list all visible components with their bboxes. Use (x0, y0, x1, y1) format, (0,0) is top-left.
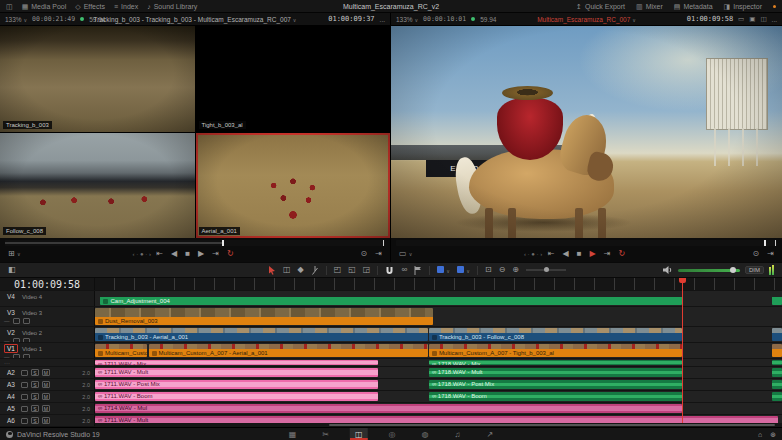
lock-track-icon[interactable] (21, 406, 28, 412)
user-avatar-icon[interactable] (6, 431, 13, 438)
audio-lane-a3[interactable]: ∞ 1711.WAV - Post Mix∞ 1718.WAV - Post M… (95, 379, 782, 390)
loop-button[interactable]: ↻ (618, 250, 625, 258)
timeline-title[interactable]: Multicam_Escaramuza_RC_007 ∨ (537, 16, 636, 23)
timeline-view-options-icon[interactable]: ◧ (8, 266, 16, 274)
blade-edit-mode-icon[interactable] (311, 266, 319, 275)
timeline-clip[interactable]: Dust_Removal_003 (95, 308, 433, 325)
unmix-icon[interactable]: ▭ (738, 16, 744, 23)
next-edit-icon[interactable]: ⇥ (375, 250, 382, 258)
selection-mode-icon[interactable] (268, 266, 276, 275)
next-edit-icon[interactable]: ⇥ (767, 250, 774, 258)
play-button[interactable]: ▶ (198, 250, 204, 258)
timeline-clip[interactable]: ∞ 1711.WAV - Boom (95, 392, 378, 401)
multicam-angle-Follow_c_008[interactable]: Follow_c_008 (0, 133, 195, 239)
dynamic-trim-mode-icon[interactable]: ◆ (298, 266, 304, 274)
timeline-clip[interactable]: ∞ 1711.WAV - Mult (95, 368, 378, 377)
solo-button[interactable]: S (31, 405, 39, 412)
flag-icon[interactable] (414, 266, 422, 275)
lock-track-icon[interactable] (13, 354, 20, 358)
grab-still-icon[interactable]: ▣ (749, 16, 755, 23)
audio-lane-a4[interactable]: ∞ 1711.WAV - Boom∞ 1718.WAV - Boom (95, 391, 782, 402)
mute-button[interactable]: M (42, 417, 50, 424)
disable-track-icon[interactable] (23, 354, 30, 358)
step-back-button[interactable]: ◀ (563, 250, 569, 258)
timeline-clip[interactable]: Multicam_Custom_A_007 - Tight_b_003_al (429, 344, 682, 357)
zoom-out-icon[interactable]: ⊖ (499, 266, 506, 274)
timeline-zoom-slider[interactable] (526, 269, 566, 271)
audio-track-header-a2[interactable]: A2SM2.0 (0, 367, 95, 378)
media-pool-button[interactable]: ▦Media Pool (22, 3, 67, 10)
timeline-clip[interactable]: ∞ 1718.WAV - Mult (429, 368, 682, 377)
timeline-clip[interactable] (772, 360, 782, 365)
page-color-icon[interactable]: ◍ (417, 428, 434, 440)
solo-button[interactable]: S (31, 369, 39, 376)
record-zoom-select[interactable]: 133% ∨ (396, 16, 418, 23)
replace-clip-icon[interactable]: ◲ (363, 266, 371, 274)
mute-button[interactable]: M (42, 381, 50, 388)
trim-edit-mode-icon[interactable]: ◫ (283, 266, 291, 274)
audio-track-header-a4[interactable]: A4SM2.0 (0, 391, 95, 402)
timeline-clip[interactable] (772, 344, 782, 357)
video-lane-v4[interactable]: Cam_Adjustment_004 (95, 291, 782, 306)
audio-lane-a2[interactable]: ∞ 1711.WAV - Mult∞ 1718.WAV - Mult (95, 367, 782, 378)
mute-button[interactable]: M (42, 405, 50, 412)
flag-color-select[interactable]: ∨ (437, 266, 450, 275)
multicam-angle-Tight_b_003_al[interactable]: Tight_b_003_al (196, 26, 391, 132)
monitor-volume-slider[interactable] (678, 269, 740, 272)
page-media-icon[interactable]: ▦ (284, 428, 302, 440)
lock-track-icon[interactable] (13, 318, 20, 324)
index-button[interactable]: ≡Index (114, 3, 138, 10)
hscroll-thumb[interactable] (329, 424, 776, 426)
auto-select-icon[interactable]: — (4, 354, 10, 358)
record-jog-control[interactable]: ‹ · ● · › (524, 251, 542, 257)
timeline-clip[interactable]: ∞ 1718.WAV - Mix (429, 360, 682, 365)
timeline-clip[interactable]: ∞ 1718.WAV - Post Mix (429, 380, 682, 389)
auto-select-icon[interactable]: — (4, 338, 10, 342)
video-lane-v2[interactable]: Tracking_b_003 - Aerial_a_001Tracking_b_… (95, 327, 782, 342)
lock-track-icon[interactable] (21, 394, 28, 400)
timeline-clip[interactable]: Tracking_b_003 - Follow_c_008 (429, 328, 682, 341)
video-track-header-v3[interactable]: V3Video 3 — (0, 307, 95, 326)
loop-button[interactable]: ↻ (227, 250, 234, 258)
lock-track-icon[interactable] (21, 418, 28, 424)
timeline-clip[interactable] (772, 368, 782, 377)
speaker-icon[interactable] (663, 266, 673, 274)
mute-button[interactable]: M (42, 393, 50, 400)
video-track-header-v1[interactable]: V1Video 1 — (0, 343, 95, 358)
timeline-clip[interactable] (772, 392, 782, 401)
page-edit-icon[interactable]: ◫ (350, 428, 368, 440)
lock-track-icon[interactable] (21, 382, 28, 388)
sound-library-button[interactable]: ♪Sound Library (147, 3, 197, 10)
source-zoom-select[interactable]: 133% ∨ (5, 16, 27, 23)
video-lane-v1[interactable]: Multicam_Custom_A_007 - Follow_c_008Mult… (95, 343, 782, 358)
goto-first-frame-button[interactable]: ⇤ (548, 250, 555, 258)
timeline-clip[interactable]: Tracking_b_003 - Aerial_a_001 (95, 328, 428, 341)
insert-clip-icon[interactable]: ◰ (334, 266, 342, 274)
timeline-clip[interactable] (772, 328, 782, 341)
timeline-clip[interactable]: Multicam_Custom_A_007 - Aerial_a_001 (149, 344, 428, 357)
project-manager-icon[interactable]: ⌂ (758, 431, 762, 438)
step-back-button[interactable]: ◀ (171, 250, 177, 258)
source-clip-title[interactable]: Tracking_b_003 - Tracking_b_003 - Multic… (94, 16, 297, 23)
quick-export-button[interactable]: ↥Quick Export (576, 3, 625, 10)
audio-track-header-a1[interactable]: ··· (0, 359, 95, 366)
metadata-button[interactable]: ▤Metadata (674, 3, 713, 10)
record-options-icon[interactable]: ... (772, 16, 777, 23)
timeline-clip[interactable] (772, 380, 782, 389)
source-options-icon[interactable]: ... (380, 16, 385, 23)
timeline-clip[interactable]: ∞ 1714.WAV - Mul (95, 404, 682, 413)
goto-first-frame-button[interactable]: ⇤ (156, 250, 163, 258)
dual-screen-icon[interactable]: ◫ (760, 16, 766, 23)
disable-track-icon[interactable] (23, 338, 30, 342)
video-lane-v3[interactable]: Dust_Removal_003 (95, 307, 782, 326)
marker-color-select[interactable]: ∨ (457, 266, 470, 275)
zoom-full-extent-icon[interactable]: ⊡ (485, 266, 492, 274)
timeline-clip[interactable]: ∞ 1718.WAV - Boom (429, 392, 682, 401)
mixer-button[interactable]: ▥Mixer (636, 3, 663, 10)
lock-track-icon[interactable] (13, 338, 20, 342)
panel-layout-icon[interactable]: ◫ (6, 3, 13, 10)
solo-button[interactable]: S (31, 381, 39, 388)
video-track-header-v2[interactable]: V2Video 2 — (0, 327, 95, 342)
goto-last-frame-button[interactable]: ⇥ (604, 250, 611, 258)
play-button[interactable]: ▶ (590, 250, 596, 258)
